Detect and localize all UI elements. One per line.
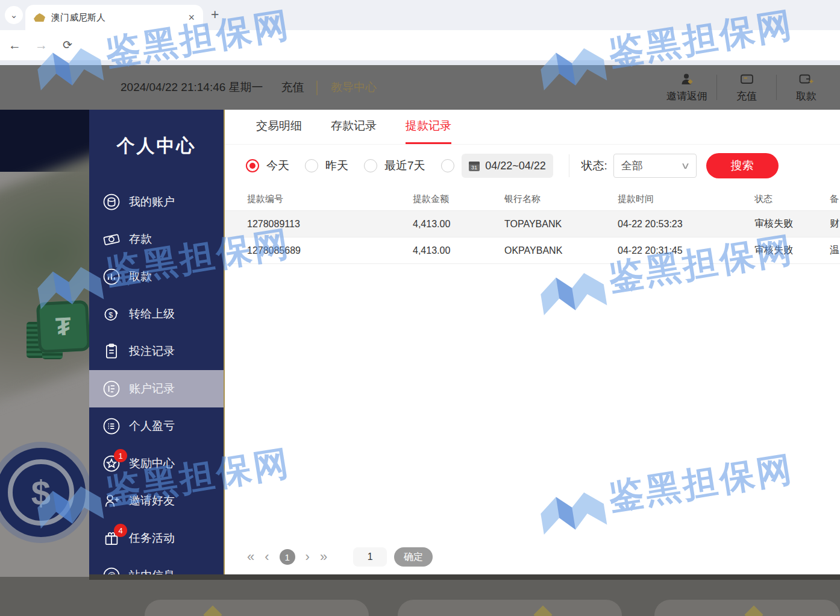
cell-amount: 4,413.00 [390,211,482,237]
sidebar-item-my-account[interactable]: 我的账户 [89,183,224,221]
sidebar-item-profit-loss[interactable]: 个人盈亏 [89,407,224,445]
withdraw-records-table: 提款编号 提款金额 银行名称 提款时间 状态 备 1278089113 4,41… [225,188,840,264]
reload-icon[interactable]: ⟳ [63,37,72,53]
footer-card [398,600,622,616]
sidebar-item-task-activity[interactable]: 4 任务活动 [89,520,224,557]
tab-close-icon[interactable]: × [188,11,195,24]
cell-time: 04-22 20:53:23 [595,211,732,237]
site-header: 2024/04/22 21:14:46 星期一 充值 │ 教导中心 邀请返佣 充… [0,65,840,110]
tab-deposit-records[interactable]: 存款记录 [331,110,377,144]
new-tab-button[interactable]: + [211,7,219,23]
cell-withdraw-id: 1278089113 [225,211,390,237]
cell-bank: OKPAYBANK [482,237,595,264]
prev-page-icon[interactable]: ‹ [265,549,269,565]
records-panel: 交易明细 存款记录 提款记录 今天 昨天 最近7天 31 04/22~04/22… [225,110,840,577]
sidebar-title: 个人中心 [89,134,224,159]
cell-remark: 财 [807,211,840,237]
list-icon [102,417,121,435]
cell-amount: 4,413.00 [390,237,482,264]
chevron-down-icon: ∨ [680,160,690,171]
status-label: 状态: [581,158,607,174]
bar-chart-icon [102,268,121,286]
clipboard-icon [102,342,121,360]
sidebar-item-transfer-up[interactable]: $ 转给上级 [89,295,224,333]
status-selected-value: 全部 [621,159,643,173]
next-page-icon[interactable]: › [306,549,310,565]
tab-withdraw-records[interactable]: 提款记录 [406,110,451,144]
radio-custom-range[interactable] [441,159,454,172]
search-button[interactable]: 搜索 [706,153,779,178]
back-icon[interactable]: ← [8,37,21,53]
calendar-icon: 31 [468,160,480,172]
table-row: 1278089113 4,413.00 TOPAYBANK 04-22 20:5… [225,211,840,237]
page-number-input[interactable]: 1 [353,547,387,567]
sidebar-item-bet-records[interactable]: 投注记录 [89,333,224,370]
browser-toolbar: ← → ⟳ 266288.cc [0,30,840,60]
radio-yesterday[interactable] [305,159,318,172]
sidebar-item-invite-friends[interactable]: 邀请好友 [89,482,224,520]
tab-search-chevron-icon[interactable]: ⌄ [5,6,23,24]
date-range-picker[interactable]: 31 04/22~04/22 [462,154,553,178]
cell-time: 04-22 20:31:45 [595,237,732,264]
panel-bottom-shadow [89,574,840,580]
cell-withdraw-id: 1278085689 [225,237,390,264]
radio-yesterday-label[interactable]: 昨天 [325,158,348,174]
chrome-bottom-edge [0,60,840,65]
last-page-icon[interactable]: » [320,549,327,565]
tab-transaction-details[interactable]: 交易明细 [256,110,302,144]
status-badge: 审核失败 [732,237,807,264]
sidebar-item-deposit[interactable]: 存款 [89,221,224,258]
browser-tab[interactable]: 澳门威尼斯人 × [25,5,203,30]
records-tabs: 交易明细 存款记录 提款记录 [225,110,840,145]
filter-divider [569,154,569,177]
site-favicon-icon [34,13,45,22]
sidebar-item-withdraw[interactable]: 取款 [89,258,224,295]
radio-last7days-label[interactable]: 最近7天 [384,158,425,174]
col-amount: 提款金额 [390,188,482,211]
header-tutorial-link[interactable]: 教导中心 [331,80,377,95]
col-time: 提款时间 [595,188,732,211]
first-page-icon[interactable]: « [247,549,254,565]
status-select[interactable]: 全部 ∨ [613,154,697,178]
radio-today[interactable] [246,159,259,172]
star-medal-icon: 1 [102,454,121,473]
banknote-icon [102,230,121,248]
piggy-bank-icon: $ [102,305,121,323]
svg-text:$: $ [108,311,113,319]
col-remark: 备 [807,188,840,211]
table-header-row: 提款编号 提款金额 银行名称 提款时间 状态 备 [225,188,840,211]
radio-last7days[interactable] [364,159,377,172]
current-page-button[interactable]: 1 [280,549,295,565]
add-person-icon [102,492,121,510]
tether-token-image: ₮ [36,300,89,353]
sidebar-item-account-records[interactable]: 账户记录 [89,370,224,407]
confirm-page-button[interactable]: 确定 [394,547,433,567]
gift-icon: 4 [102,529,121,547]
filter-row: 今天 昨天 最近7天 31 04/22~04/22 状态: 全部 ∨ 搜索 [225,147,840,184]
table-row: 1278085689 4,413.00 OKPAYBANK 04-22 20:3… [225,237,840,264]
forward-icon[interactable]: → [35,37,48,53]
header-nav-separator [716,75,717,100]
footer-card [145,600,369,616]
tab-title: 澳门威尼斯人 [51,12,188,24]
header-datetime: 2024/04/22 21:14:46 星期一 [121,80,263,95]
reward-badge: 1 [114,449,127,462]
header-nav-invite-rebate[interactable]: 邀请返佣 [660,72,713,103]
radio-today-label[interactable]: 今天 [266,158,289,174]
header-nav-recharge[interactable]: 充值 [720,72,773,103]
status-badge: 审核失败 [732,211,807,237]
pagination: « ‹ 1 › » 1 确定 [247,547,433,567]
usd-coin-image: $ [0,442,89,543]
invite-rebate-icon [679,72,695,86]
left-background-strip: ₮ $ [0,110,89,577]
header-nav-withdraw[interactable]: 取款 [780,72,833,103]
header-recharge-link[interactable]: 充值 [281,80,304,95]
record-list-icon [102,380,121,398]
col-bank: 银行名称 [482,188,595,211]
cell-remark: 温 [807,237,840,264]
task-badge: 4 [114,524,127,537]
col-status: 状态 [732,188,807,211]
withdraw-wallet-icon [798,72,814,86]
sidebar-item-reward-center[interactable]: 1 奖励中心 [89,445,224,482]
header-nav-separator [776,75,777,100]
